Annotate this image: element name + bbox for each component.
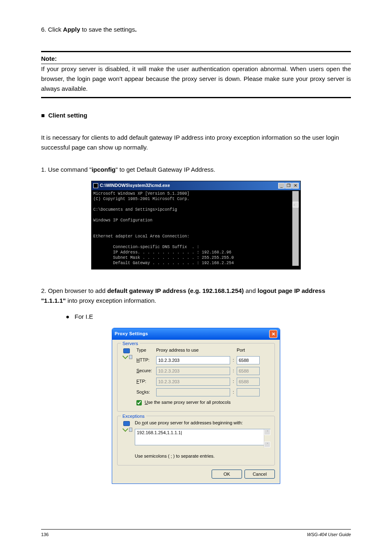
step-num: 2.	[41, 287, 46, 294]
exceptions-instruction: Do not use proxy server for addresses be…	[135, 419, 270, 427]
sep: :	[230, 367, 237, 375]
same-proxy-checkbox[interactable]	[136, 400, 142, 405]
bullet-text: For I.E	[75, 313, 93, 320]
sep: :	[230, 378, 237, 385]
close-button[interactable]: ✕	[269, 330, 277, 338]
step-1: 1. Use command "ipconfig" to get Default…	[41, 165, 351, 175]
bullet-dot: ●	[66, 313, 69, 320]
step-6: 6. Click Apply to save the settings.	[41, 25, 351, 35]
step-num: 1.	[41, 166, 46, 173]
sep: :	[230, 389, 237, 396]
type-header: Type	[136, 347, 156, 354]
footer-title: WSG-404 User Guide	[307, 531, 351, 539]
scroll-up-button[interactable]: ▴	[293, 202, 299, 207]
cmd-icon	[93, 183, 98, 188]
step-dot: .	[135, 26, 136, 33]
note-body: If your proxy server is disabled, it wil…	[41, 64, 351, 97]
ftp-label: FTP:	[136, 378, 156, 385]
minimize-button[interactable]: _	[278, 183, 285, 189]
apply-label: Apply	[63, 26, 80, 33]
textarea-scrollbar[interactable]: ˄ ˅	[264, 429, 270, 447]
proxy-title: Proxy Settings	[115, 330, 148, 338]
exceptions-note: Use semicolons ( ; ) to separate entries…	[135, 453, 270, 460]
scroll-down-button[interactable]: ˅	[264, 442, 270, 447]
client-setting-heading: ■ Client setting	[41, 111, 351, 120]
ok-button[interactable]: OK	[212, 470, 242, 479]
exceptions-textarea[interactable]	[135, 429, 270, 445]
port-header: Port	[237, 347, 260, 354]
step1-prefix: Use command "	[48, 166, 92, 173]
socks-address-input	[156, 388, 230, 396]
http-label: HTTP:	[136, 357, 156, 364]
cmd-scrollbar[interactable]: ▴	[292, 191, 299, 266]
address-header: Proxy address to use	[156, 347, 230, 354]
bullet-ie: ● For I.E	[66, 312, 351, 322]
same-proxy-label: Use the same proxy server for all protoc…	[145, 400, 231, 405]
cmd-window-controls: _ ❐ ✕	[278, 183, 299, 189]
close-button[interactable]: ✕	[292, 183, 299, 189]
proxy-titlebar: Proxy Settings ✕	[112, 328, 280, 340]
note-label: Note:	[41, 54, 351, 64]
cmd-titlebar: C:\WINDOWS\system32\cmd.exe _ ❐ ✕	[92, 181, 300, 190]
client-setting-title: Client setting	[48, 112, 87, 119]
secure-port-input	[237, 367, 260, 375]
ipconfig-label: ipconfig	[92, 166, 115, 173]
same-proxy-row: Use the same proxy server for all protoc…	[136, 399, 270, 406]
step-prefix: Click	[48, 26, 63, 33]
cmd-title: C:\WINDOWS\system32\cmd.exe	[100, 182, 170, 189]
secure-address-input	[156, 367, 230, 375]
ftp-address-input	[156, 378, 230, 386]
step1-suffix: " to get Default Gateway IP Address.	[115, 166, 215, 173]
servers-legend: Servers	[121, 340, 140, 348]
maximize-button[interactable]: ❐	[285, 183, 292, 189]
sep: :	[230, 357, 237, 364]
gateway-label: default gateway IP address (e.g. 192.168…	[107, 287, 244, 294]
proxy-settings-dialog: Proxy Settings ✕ Servers Type Proxy addr…	[112, 328, 280, 484]
cmd-output: Microsoft Windows XP [Version 5.1.2600] …	[93, 191, 292, 266]
square-bullet: ■	[41, 112, 45, 119]
scroll-up-button[interactable]: ˄	[264, 429, 270, 435]
exceptions-fieldset: Exceptions Do not use proxy server for a…	[117, 416, 275, 465]
step-num: 6.	[41, 26, 46, 33]
step2-mid: and	[244, 287, 257, 294]
cancel-button[interactable]: Cancel	[244, 470, 275, 479]
step-suffix: to save the settings	[80, 26, 135, 33]
server-icon	[122, 348, 133, 360]
cmd-window: C:\WINDOWS\system32\cmd.exe _ ❐ ✕ Micros…	[91, 181, 301, 269]
http-address-input[interactable]	[156, 356, 230, 364]
step-2: 2. Open browser to add default gateway I…	[41, 286, 351, 306]
page-footer: 136 WSG-404 User Guide	[41, 529, 351, 539]
socks-port-input	[237, 388, 260, 396]
http-port-input[interactable]	[237, 356, 260, 364]
secure-label: Secure:	[136, 367, 156, 375]
ftp-port-input	[237, 378, 260, 386]
note-box: Note: If your proxy server is disabled, …	[41, 51, 351, 98]
servers-fieldset: Servers Type Proxy address to use Port	[117, 343, 275, 412]
client-setting-intro: It is necessary for clients to add defau…	[41, 133, 351, 152]
exceptions-legend: Exceptions	[121, 413, 146, 420]
socks-label: Socks:	[136, 389, 156, 396]
page-number: 136	[41, 531, 48, 539]
step2-prefix: Open browser to add	[48, 287, 107, 294]
exceptions-icon	[122, 421, 133, 433]
step2-suffix: into proxy exception information.	[66, 297, 156, 304]
